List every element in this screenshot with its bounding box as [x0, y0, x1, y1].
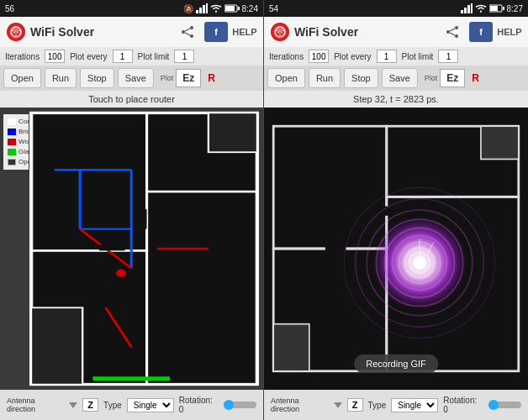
params-bar-2: Iterations Plot every Plot limit — [264, 47, 528, 66]
type-label-2: Type — [368, 401, 387, 410]
svg-rect-2 — [203, 5, 205, 13]
svg-rect-26 — [99, 244, 125, 250]
type-label-1: Type — [103, 401, 122, 410]
svg-rect-6 — [238, 7, 240, 10]
app-header-2: WiFi Solver f HELP — [264, 17, 528, 47]
svg-rect-1 — [199, 8, 202, 13]
r-button-2[interactable]: R — [468, 72, 483, 84]
share-button-1[interactable] — [176, 22, 199, 42]
rotation-slider-2[interactable] — [488, 402, 521, 408]
run-button-2[interactable]: Run — [309, 68, 341, 88]
facebook-button-2[interactable]: f — [469, 22, 493, 42]
save-button-2[interactable]: Save — [382, 68, 418, 88]
signal-icon — [196, 3, 208, 13]
svg-point-40 — [455, 26, 458, 29]
svg-rect-30 — [209, 113, 257, 152]
svg-rect-27 — [139, 209, 146, 228]
type-select-1[interactable]: Single — [127, 398, 174, 412]
plot-area-2: Plot Ez — [425, 69, 466, 87]
svg-line-11 — [185, 29, 190, 31]
canvas-area-1[interactable]: Concrete Brick Wood Glass Open — [0, 108, 263, 390]
help-button-1[interactable]: HELP — [233, 22, 256, 42]
svg-rect-37 — [490, 6, 498, 11]
wifi-icon — [210, 4, 222, 13]
slider-thumb-1[interactable] — [224, 400, 234, 410]
open-button-1[interactable]: Open — [3, 68, 41, 88]
plot-every-label-2: Plot every — [334, 52, 371, 61]
antenna-direction-label-2: Antenna direction — [271, 396, 329, 413]
help-button-2[interactable]: HELP — [498, 22, 521, 42]
iterations-label-1: Iterations — [5, 52, 40, 61]
stop-button-2[interactable]: Stop — [344, 68, 378, 88]
z-button-1[interactable]: Z — [82, 398, 98, 412]
floor-plan-2 — [264, 108, 528, 390]
svg-rect-33 — [464, 8, 467, 13]
recording-badge: Recording GIF — [354, 354, 438, 373]
rotation-slider-1[interactable] — [224, 402, 256, 408]
svg-line-44 — [450, 33, 455, 35]
open-button-2[interactable]: Open — [267, 68, 305, 88]
plot-limit-input-1[interactable] — [174, 50, 194, 63]
app-header-1: WiFi Solver f HELP — [0, 17, 263, 47]
time-2: 8:27 — [507, 4, 523, 13]
iterations-label-2: Iterations — [269, 52, 304, 61]
svg-point-8 — [190, 26, 193, 29]
svg-rect-53 — [325, 245, 346, 254]
battery-icon-2 — [489, 4, 504, 13]
plot-dropdown-2[interactable]: Ez — [440, 69, 465, 87]
app-title-1: WiFi Solver — [30, 25, 171, 39]
slider-thumb-2[interactable] — [488, 400, 499, 410]
floor-plan-1 — [29, 111, 260, 386]
status-text-1: Touch to place router — [0, 91, 263, 108]
toolbar-1: Open Run Stop Save Plot Ez R — [0, 66, 263, 91]
plot-every-input-2[interactable] — [377, 50, 397, 63]
signal-icon-2 — [461, 3, 473, 13]
app-title-2: WiFi Solver — [294, 25, 436, 39]
status-bar-2: 54 8:27 — [264, 0, 528, 17]
plot-limit-label-2: Plot limit — [402, 52, 434, 61]
canvas-area-2[interactable]: Recording GIF — [264, 108, 528, 390]
svg-point-42 — [455, 34, 458, 38]
plot-dropdown-1[interactable]: Ez — [176, 69, 201, 87]
plot-every-input-1[interactable] — [113, 50, 133, 63]
plot-area-1: Plot Ez — [161, 69, 202, 87]
direction-arrow-2 — [334, 402, 342, 408]
svg-rect-3 — [206, 3, 208, 13]
status-notif-1: 56 — [5, 4, 14, 13]
phone-1: 56 🔕 8:24 — [0, 0, 264, 420]
svg-point-41 — [446, 30, 450, 34]
bottom-controls-1: Antenna direction Z Type Single Rotation… — [0, 390, 263, 420]
plot-every-label-1: Plot every — [70, 52, 107, 61]
svg-rect-0 — [196, 10, 198, 13]
rotation-label-2: Rotation: 0 — [443, 396, 483, 414]
svg-rect-32 — [461, 10, 463, 13]
stop-button-1[interactable]: Stop — [80, 68, 114, 88]
r-button-1[interactable]: R — [204, 72, 219, 84]
plot-limit-label-1: Plot limit — [138, 52, 170, 61]
phone-2: 54 8:27 — [264, 0, 528, 420]
iterations-input-1[interactable] — [45, 50, 65, 63]
svg-rect-31 — [31, 307, 82, 384]
mute-icon: 🔕 — [183, 4, 193, 13]
svg-rect-5 — [225, 6, 235, 11]
params-bar-1: Iterations Plot every Plot limit — [0, 47, 263, 66]
svg-point-28 — [116, 270, 126, 277]
facebook-button-1[interactable]: f — [204, 22, 228, 42]
svg-point-64 — [413, 256, 426, 270]
status-bar-1: 56 🔕 8:24 — [0, 0, 263, 17]
type-select-2[interactable]: Single — [391, 398, 438, 412]
direction-arrow-1 — [69, 402, 77, 408]
svg-line-12 — [185, 33, 190, 35]
iterations-input-2[interactable] — [309, 50, 329, 63]
share-button-2[interactable] — [441, 22, 464, 42]
svg-rect-35 — [471, 3, 473, 13]
svg-point-10 — [190, 34, 193, 38]
plot-limit-input-2[interactable] — [438, 50, 458, 63]
app-logo-2 — [271, 23, 289, 41]
svg-point-9 — [182, 30, 185, 34]
antenna-direction-label-1: Antenna direction — [7, 396, 64, 413]
run-button-1[interactable]: Run — [45, 68, 77, 88]
wifi-icon-2 — [475, 4, 487, 13]
save-button-1[interactable]: Save — [118, 68, 154, 88]
z-button-2[interactable]: Z — [347, 398, 363, 412]
